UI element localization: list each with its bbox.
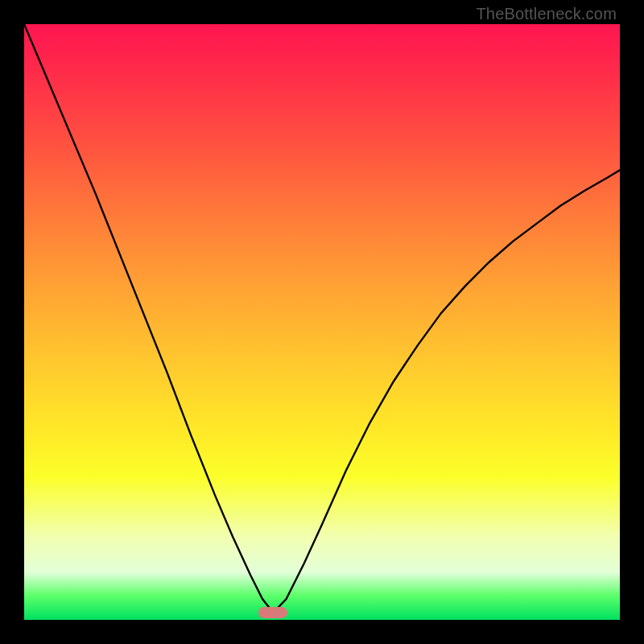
dip-marker: [258, 607, 287, 618]
watermark-text: TheBottleneck.com: [476, 5, 617, 23]
bottleneck-curve: [24, 24, 620, 613]
chart-frame: TheBottleneck.com: [0, 0, 644, 644]
curve-layer: [24, 24, 620, 620]
plot-area: [24, 24, 620, 620]
